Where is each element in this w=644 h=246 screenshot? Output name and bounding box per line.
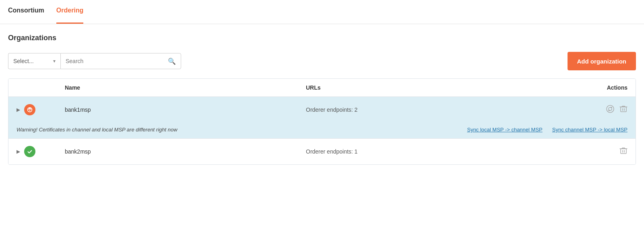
table-row: ▶ bank1msp Orderer endpoints: 2 (8, 97, 636, 123)
filter-area: Select... ▾ 🔍 (8, 53, 181, 69)
chevron-down-icon: ▾ (53, 58, 56, 64)
expand-arrow-icon[interactable]: ▶ (17, 107, 20, 113)
tab-ordering[interactable]: Ordering (56, 0, 84, 24)
table-row: ▶ bank2msp Orderer endpoints: 1 (8, 139, 636, 164)
col-header-name: Name (65, 84, 306, 91)
table-row-group-bank1msp: ▶ bank1msp Orderer endpoints: 2 (8, 97, 636, 139)
expand-arrow-icon[interactable]: ▶ (17, 149, 20, 154)
row-name-bank2msp: bank2msp (65, 148, 306, 155)
row-name-bank1msp: bank1msp (65, 107, 306, 113)
organizations-table: Name URLs Actions ▶ b (8, 78, 636, 165)
svg-point-0 (607, 105, 614, 113)
expand-col-header (17, 84, 65, 91)
select-dropdown[interactable]: Select... ▾ (8, 53, 60, 69)
sync-channel-to-local-link[interactable]: Sync channel MSP -> local MSP (552, 127, 627, 133)
warning-row-bank1msp: Warning! Certificates in channel and loc… (8, 123, 636, 138)
search-icon: 🔍 (168, 57, 176, 65)
row-urls-bank2msp: Orderer endpoints: 1 (306, 148, 547, 155)
table-header: Name URLs Actions (8, 79, 636, 97)
svg-rect-2 (621, 149, 626, 154)
row-expand-bank2msp: ▶ (17, 146, 65, 157)
delete-action-icon[interactable] (619, 105, 627, 115)
tab-consortium[interactable]: Consortium (8, 0, 44, 24)
page-content: Organizations Select... ▾ 🔍 Add organiza… (0, 24, 644, 174)
status-warning-icon (24, 104, 35, 115)
delete-action-icon[interactable] (619, 147, 627, 157)
table-row-group-bank2msp: ▶ bank2msp Orderer endpoints: 1 (8, 139, 636, 164)
row-urls-bank1msp: Orderer endpoints: 2 (306, 107, 547, 113)
row-actions-bank1msp (547, 105, 627, 115)
col-header-urls: URLs (306, 84, 547, 91)
add-organization-button[interactable]: Add organization (568, 52, 636, 70)
toolbar: Select... ▾ 🔍 Add organization (8, 52, 636, 70)
row-actions-bank2msp (547, 147, 627, 157)
warning-actions: Sync local MSP -> channel MSP Sync chann… (467, 127, 627, 133)
select-placeholder: Select... (13, 58, 34, 64)
row-expand-bank1msp: ▶ (17, 104, 65, 115)
search-wrapper: 🔍 (60, 53, 181, 69)
status-success-icon (24, 146, 35, 157)
page-title: Organizations (8, 34, 636, 42)
search-input[interactable] (66, 58, 168, 64)
col-header-actions: Actions (547, 84, 627, 91)
sync-local-to-channel-link[interactable]: Sync local MSP -> channel MSP (467, 127, 542, 133)
svg-rect-1 (621, 107, 626, 112)
tab-bar: Consortium Ordering (0, 0, 644, 24)
sync-action-icon[interactable] (606, 105, 615, 115)
warning-message: Warning! Certificates in channel and loc… (17, 127, 178, 133)
